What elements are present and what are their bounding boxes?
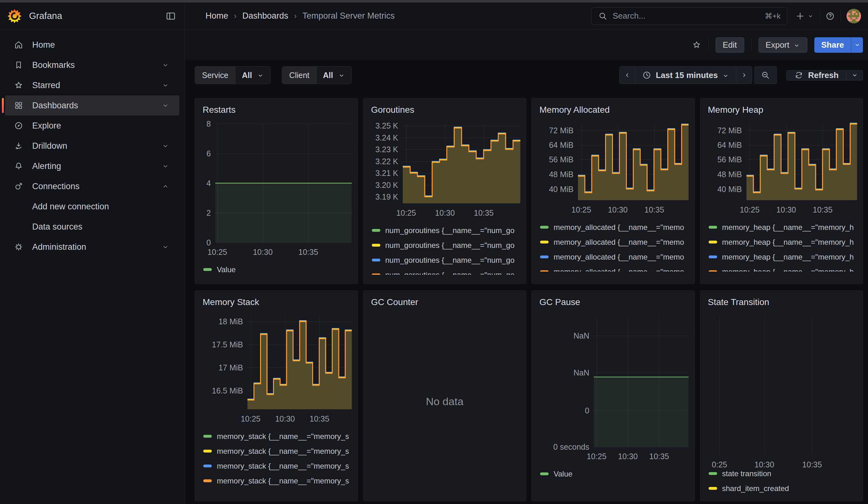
legend-item[interactable]: Value — [203, 262, 352, 277]
legend-item[interactable]: num_goroutines {__name__="num_go — [372, 253, 520, 267]
zoom-out-time-button[interactable] — [754, 66, 777, 84]
legend-item[interactable]: Value — [540, 466, 689, 481]
search-shortcut: ⌘+k — [765, 12, 781, 21]
legend-item[interactable]: memory_allocated {__name__="memo — [540, 249, 689, 264]
sidebar-item-connections[interactable]: Connections — [5, 176, 179, 196]
legend-color-dash — [372, 274, 380, 275]
breadcrumb-item[interactable]: Home — [206, 11, 228, 21]
grid-icon — [14, 101, 23, 110]
sidebar-item-label: Home — [32, 40, 55, 50]
x-axis-labels: 10:2510:3010:35 — [403, 207, 520, 220]
legend-item[interactable]: memory_allocated {__name__="memo — [540, 264, 689, 271]
share-menu-button[interactable] — [851, 37, 863, 53]
panel-title[interactable]: Memory Stack — [203, 297, 352, 307]
connections-icon — [14, 182, 23, 191]
legend-item[interactable]: num_goroutines {__name__="num_go — [372, 238, 520, 253]
panel-state-transition: State Transition0:2510:3010:35state tran… — [700, 290, 863, 501]
y-tick-label: 16.5 MiB — [212, 386, 243, 395]
chevron-down-icon — [793, 41, 800, 48]
share-button[interactable]: Share — [814, 37, 851, 53]
panel-memory-stack: Memory Stack18 MiB17.5 MiB17 MiB16.5 MiB… — [195, 290, 358, 501]
legend-item[interactable]: memory_stack {__name__="memory_s — [203, 459, 352, 473]
panel-title[interactable]: State Transition — [708, 297, 857, 307]
legend-item[interactable]: shard_item_created — [709, 481, 857, 496]
legend-item[interactable]: memory_stack {__name__="memory_s — [203, 429, 352, 444]
sidebar-item-home[interactable]: Home — [5, 35, 179, 55]
legend-item[interactable]: num_goroutines {__name__="num_go — [372, 267, 520, 275]
legend-item[interactable]: state transition — [709, 466, 857, 481]
refresh-button[interactable]: Refresh — [786, 70, 847, 81]
breadcrumb-item[interactable]: Dashboards — [242, 11, 289, 21]
refresh-interval-button[interactable] — [847, 70, 863, 81]
sidebar-item-data-sources[interactable]: Data sources — [5, 217, 179, 237]
home-icon — [14, 40, 23, 50]
edit-button[interactable]: Edit — [715, 37, 744, 53]
legend-item[interactable]: memory_heap {__name__="memory_h — [709, 220, 857, 235]
sidebar-item-starred[interactable]: Starred — [5, 75, 179, 95]
sidebar-item-label: Connections — [32, 182, 80, 192]
star-dashboard-button[interactable] — [692, 40, 701, 50]
sidebar-item-administration[interactable]: Administration — [5, 237, 179, 257]
sidebar-item-label: Explore — [32, 121, 61, 131]
sidebar-item-dashboards[interactable]: Dashboards — [5, 95, 179, 116]
panel-title[interactable]: GC Counter — [371, 297, 520, 307]
time-range-controls: Last 15 minutes — [619, 66, 777, 84]
sidebar-item-add-new-connection[interactable]: Add new connection — [5, 196, 179, 217]
x-tick-label: 10:25 — [207, 248, 227, 257]
sidebar-toggle-icon[interactable] — [165, 11, 176, 21]
legend: memory_heap {__name__="memory_hmemory_he… — [706, 220, 857, 271]
x-tick-label: 10:30 — [253, 248, 273, 257]
y-tick-label: 18 MiB — [218, 317, 243, 326]
x-tick-label: 0:25 — [712, 460, 727, 469]
search-box[interactable]: ⌘+k — [591, 7, 787, 25]
legend-item[interactable]: memory_heap {__name__="memory_h — [709, 235, 857, 249]
legend-color-dash — [709, 487, 717, 490]
panel-title[interactable]: Memory Heap — [708, 105, 857, 115]
panel-title[interactable]: Memory Allocated — [539, 105, 689, 115]
breadcrumb-separator: › — [294, 11, 297, 21]
plot-area — [712, 316, 857, 455]
window-top-strip — [0, 0, 868, 2]
panel-title[interactable]: Restarts — [203, 105, 352, 115]
sidebar-item-label: Add new connection — [32, 202, 109, 212]
x-tick-label: 10:25 — [241, 414, 261, 423]
sidebar-item-explore[interactable]: Explore — [5, 116, 179, 136]
x-tick-label: 10:30 — [435, 208, 455, 218]
x-tick-label: 10:35 — [649, 452, 669, 461]
legend-item[interactable]: memory_heap {__name__="memory_h — [709, 249, 857, 264]
time-shift-forward-button[interactable] — [736, 66, 752, 84]
y-tick-label: NaN — [574, 331, 589, 340]
avatar[interactable] — [847, 9, 861, 23]
y-tick-label: 3.20 K — [375, 180, 398, 189]
search-input[interactable] — [612, 11, 765, 21]
time-range-picker[interactable]: Last 15 minutes — [635, 66, 737, 84]
legend-color-dash — [372, 259, 380, 261]
time-shift-back-button[interactable] — [619, 66, 635, 84]
help-icon[interactable] — [825, 11, 835, 21]
topbar-spacer — [395, 2, 591, 29]
panel-title[interactable]: Goroutines — [371, 105, 520, 115]
legend-item[interactable]: memory_heap {__name__="memory_h — [709, 264, 857, 271]
sidebar-item-alerting[interactable]: Alerting — [5, 156, 179, 176]
sidebar-item-bookmarks[interactable]: Bookmarks — [5, 55, 179, 75]
legend-item[interactable]: memory_stack {__name__="memory_s — [203, 473, 352, 488]
legend-item[interactable]: memory_stack {__name__="memory_s — [203, 444, 352, 459]
service-variable-value[interactable]: All — [235, 66, 270, 84]
x-tick-label: 10:35 — [298, 248, 318, 257]
y-axis-labels: 72 MiB64 MiB56 MiB48 MiB40 MiB — [706, 124, 746, 200]
legend-label: memory_heap {__name__="memory_h — [722, 253, 854, 261]
sidebar-item-drilldown[interactable]: Drilldown — [5, 136, 179, 156]
divider — [840, 10, 841, 22]
legend-item[interactable]: memory_allocated {__name__="memo — [540, 220, 689, 235]
client-variable-value[interactable]: All — [316, 66, 351, 84]
export-button[interactable]: Export — [758, 37, 807, 53]
new-menu-button[interactable] — [795, 11, 814, 21]
chevron-down-icon — [162, 102, 169, 109]
series-plot — [578, 124, 689, 200]
legend-item[interactable]: num_goroutines {__name__="num_go — [372, 223, 520, 238]
legend-label: shard_item_created — [722, 484, 789, 493]
x-tick-label: 10:25 — [587, 452, 607, 461]
legend-item[interactable]: memory_allocated {__name__="memo — [540, 235, 689, 249]
panel-title[interactable]: GC Pause — [539, 297, 689, 307]
gridline — [719, 316, 720, 455]
